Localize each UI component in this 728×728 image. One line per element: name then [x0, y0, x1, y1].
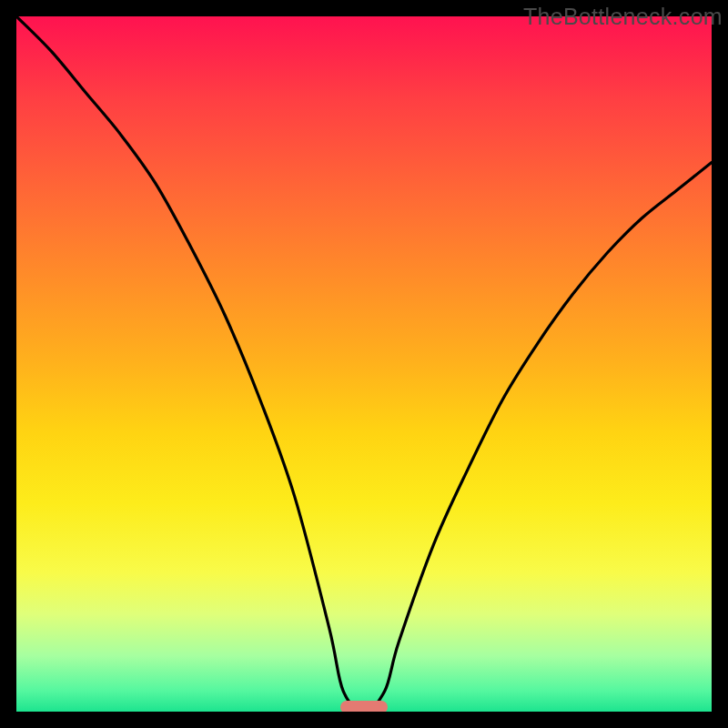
plot-area — [16, 16, 712, 712]
bottleneck-chart — [16, 16, 712, 712]
chart-frame: TheBottleneck.com — [0, 0, 728, 728]
optimal-marker — [340, 701, 388, 712]
watermark-text: TheBottleneck.com — [523, 4, 723, 30]
bottleneck-curve — [16, 16, 712, 712]
